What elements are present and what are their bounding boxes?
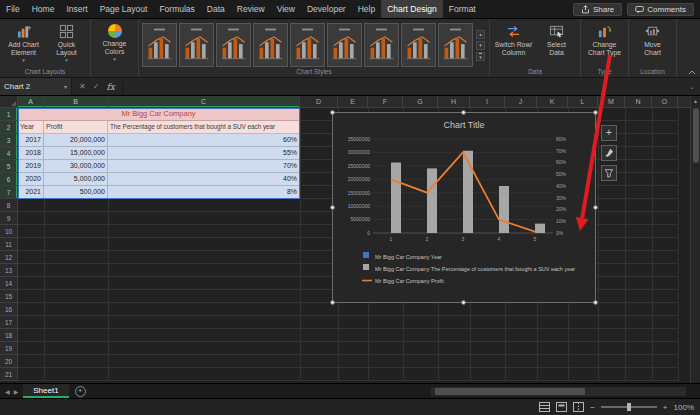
- ribbon-tab[interactable]: Developer: [301, 0, 352, 18]
- row-header-1[interactable]: 1: [0, 108, 18, 121]
- horizontal-scroll-thumb[interactable]: [435, 388, 585, 395]
- chart-bar[interactable]: [535, 224, 545, 233]
- cell-B7[interactable]: 500,000: [44, 186, 108, 199]
- quick-layout-button[interactable]: Quick Layout ▾: [46, 21, 87, 63]
- row-header-9[interactable]: 9: [0, 212, 18, 225]
- row-header-10[interactable]: 10: [0, 225, 18, 238]
- page-layout-view-icon[interactable]: [556, 402, 567, 412]
- column-header-E[interactable]: E: [338, 96, 368, 107]
- row-header-5[interactable]: 5: [0, 160, 18, 173]
- chart-filter-button[interactable]: [601, 165, 617, 181]
- comments-button[interactable]: Comments: [627, 3, 694, 16]
- column-header-L[interactable]: L: [568, 96, 598, 107]
- zoom-slider-thumb[interactable]: [627, 403, 631, 411]
- column-header-M[interactable]: M: [598, 96, 625, 107]
- cell-A4[interactable]: 2018: [18, 147, 44, 160]
- ribbon-tab[interactable]: Insert: [60, 0, 93, 18]
- cell-C4[interactable]: 55%: [108, 147, 300, 160]
- sheet-prev-icon[interactable]: ◀: [5, 388, 10, 395]
- row-header-8[interactable]: 8: [0, 199, 18, 212]
- column-header-H[interactable]: H: [438, 96, 470, 107]
- cell-A5[interactable]: 2019: [18, 160, 44, 173]
- cell-A7[interactable]: 2021: [18, 186, 44, 199]
- chart-style-5[interactable]: [290, 23, 325, 67]
- column-header-N[interactable]: N: [625, 96, 652, 107]
- cell-C6[interactable]: 40%: [108, 173, 300, 186]
- sheet-next-icon[interactable]: ▶: [14, 388, 19, 395]
- scroll-up-icon[interactable]: ▲: [691, 96, 700, 106]
- cell-B4[interactable]: 15,000,000: [44, 147, 108, 160]
- ribbon-tab[interactable]: Formulas: [153, 0, 200, 18]
- column-header-O[interactable]: O: [652, 96, 678, 107]
- row-header-6[interactable]: 6: [0, 173, 18, 186]
- chart-title[interactable]: Chart Title: [443, 120, 484, 130]
- row-header-15[interactable]: 15: [0, 290, 18, 303]
- row-header-18[interactable]: 18: [0, 329, 18, 342]
- legend-label[interactable]: Mr Bigg Car Company Profit: [375, 278, 444, 284]
- column-header-F[interactable]: F: [368, 96, 403, 107]
- row-header-14[interactable]: 14: [0, 277, 18, 290]
- vertical-scrollbar[interactable]: ▲: [690, 96, 700, 383]
- zoom-level[interactable]: 100%: [674, 403, 694, 412]
- column-header-B[interactable]: B: [44, 96, 108, 107]
- row-header-13[interactable]: 13: [0, 264, 18, 277]
- zoom-in-button[interactable]: +: [663, 403, 668, 412]
- cell-B6[interactable]: 5,000,000: [44, 173, 108, 186]
- zoom-slider[interactable]: [601, 406, 657, 408]
- select-data-button[interactable]: Select Data: [536, 21, 577, 58]
- cell-A3[interactable]: 2017: [18, 134, 44, 147]
- chart-style-8[interactable]: [401, 23, 436, 67]
- chart-style-button[interactable]: [601, 145, 617, 161]
- chart-resize-handle[interactable]: [461, 110, 466, 115]
- cell-C7[interactable]: 8%: [108, 186, 300, 199]
- enter-icon[interactable]: ✓: [93, 82, 100, 91]
- chart-style-4[interactable]: [253, 23, 288, 67]
- cell-A6[interactable]: 2020: [18, 173, 44, 186]
- chart-resize-handle[interactable]: [593, 300, 598, 305]
- row-header-4[interactable]: 4: [0, 147, 18, 160]
- page-break-view-icon[interactable]: [573, 402, 584, 412]
- row-header-2[interactable]: 2: [0, 121, 18, 134]
- row-header-11[interactable]: 11: [0, 238, 18, 251]
- chart-style-3[interactable]: [216, 23, 251, 67]
- change-colors-button[interactable]: Change Colors ▾: [94, 21, 135, 62]
- cell-C2[interactable]: The Percentage of customers that bought …: [108, 121, 300, 134]
- row-header-21[interactable]: 21: [0, 368, 18, 381]
- chart-style-7[interactable]: [364, 23, 399, 67]
- expand-formula-bar-icon[interactable]: ⌄: [684, 83, 700, 90]
- row-header-20[interactable]: 20: [0, 355, 18, 368]
- cell-C3[interactable]: 60%: [108, 134, 300, 147]
- column-header-I[interactable]: I: [470, 96, 505, 107]
- formula-input[interactable]: [123, 78, 684, 95]
- ribbon-tab[interactable]: Help: [352, 0, 381, 18]
- cell-C5[interactable]: 70%: [108, 160, 300, 173]
- share-button[interactable]: Share: [573, 3, 622, 16]
- embedded-chart[interactable]: Chart Title05000000100000001500000020000…: [332, 112, 596, 303]
- chart-resize-handle[interactable]: [330, 110, 335, 115]
- row-header-7[interactable]: 7: [0, 186, 18, 199]
- chart-resize-handle[interactable]: [461, 300, 466, 305]
- ribbon-tab[interactable]: Page Layout: [94, 0, 154, 18]
- ribbon-tab[interactable]: Review: [231, 0, 271, 18]
- normal-view-icon[interactable]: [539, 402, 550, 412]
- select-all-corner[interactable]: [0, 96, 18, 107]
- chart-bar[interactable]: [499, 186, 509, 233]
- column-header-D[interactable]: D: [300, 96, 338, 107]
- chart-resize-handle[interactable]: [593, 205, 598, 210]
- column-header-K[interactable]: K: [537, 96, 568, 107]
- change-chart-type-button[interactable]: Change Chart Type: [584, 21, 625, 58]
- row-header-17[interactable]: 17: [0, 316, 18, 329]
- chart-style-6[interactable]: [327, 23, 362, 67]
- ribbon-tab[interactable]: Format: [443, 0, 482, 18]
- ribbon-tab[interactable]: Chart Design: [381, 0, 443, 18]
- add-chart-element-button[interactable]: Add Chart Element ▾: [3, 21, 44, 63]
- move-chart-button[interactable]: Move Chart: [632, 21, 673, 58]
- horizontal-scrollbar[interactable]: [431, 387, 686, 396]
- chart-resize-handle[interactable]: [330, 205, 335, 210]
- chart-resize-handle[interactable]: [593, 110, 598, 115]
- row-header-3[interactable]: 3: [0, 134, 18, 147]
- cell-B5[interactable]: 30,000,000: [44, 160, 108, 173]
- row-header-19[interactable]: 19: [0, 342, 18, 355]
- column-header-G[interactable]: G: [403, 96, 438, 107]
- ribbon-tab[interactable]: Data: [201, 0, 231, 18]
